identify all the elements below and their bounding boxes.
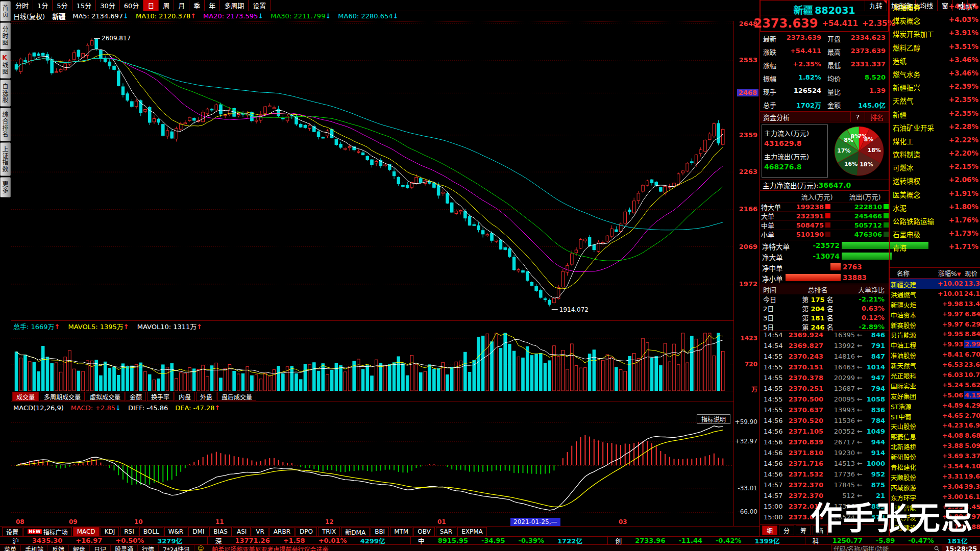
stock-row[interactable]: 新研股份+3.693.37 bbox=[890, 451, 980, 461]
period-tab-设置[interactable]: 设置 bbox=[249, 0, 271, 11]
indicator-tab-SAR[interactable]: SAR bbox=[436, 527, 456, 536]
indicator-tab-MTM[interactable]: MTM bbox=[390, 527, 412, 536]
stock-row[interactable]: ST浩源+4.894.29 bbox=[890, 400, 980, 411]
sector-row[interactable]: 新疆+2.35% bbox=[890, 107, 980, 120]
volume-tab-换手率[interactable]: 换手率 bbox=[147, 392, 174, 401]
indicator-tab-MACD[interactable]: MACD bbox=[73, 527, 100, 536]
stock-row[interactable]: 光正眼科+6.0310.72 bbox=[890, 370, 980, 380]
period-tab-1分[interactable]: 1分 bbox=[33, 0, 53, 11]
stock-row[interactable]: 东方环宇+3.0016.13 bbox=[890, 492, 980, 502]
tick-row[interactable]: 14:562371.10520352←1049 bbox=[760, 428, 889, 438]
taskbar-item-7*24快讯[interactable]: 7*24快讯 bbox=[159, 545, 194, 551]
period-tab-60分[interactable]: 60分 bbox=[120, 0, 144, 11]
period-tab-日[interactable]: 日 bbox=[143, 0, 159, 11]
sector-row[interactable]: 燃气水务+3.46% bbox=[890, 67, 980, 80]
indicator-tab-BOLL[interactable]: BOLL bbox=[139, 527, 163, 536]
taskbar-item-解盘[interactable]: 解盘 bbox=[69, 545, 90, 551]
period-tab-5分[interactable]: 5分 bbox=[53, 0, 72, 11]
stock-header-name[interactable]: 名称 bbox=[890, 268, 938, 278]
period-tab-15分[interactable]: 15分 bbox=[72, 0, 96, 11]
sector-row[interactable]: 石墨电极+1.73% bbox=[890, 227, 980, 240]
volume-tab-外盘[interactable]: 外盘 bbox=[196, 392, 216, 401]
stock-row[interactable]: 中油资本+9.976.84 bbox=[890, 309, 980, 319]
fund-rank-button[interactable]: 排名 bbox=[865, 112, 889, 122]
indicator-tab-指标广场[interactable]: NEW指标广场 bbox=[23, 527, 72, 536]
sidebar-item-更多[interactable]: 更多 bbox=[0, 177, 11, 197]
stock-row[interactable]: 洪通燃气+10.0124.18 bbox=[890, 289, 980, 299]
sector-row[interactable]: 天然气+2.35% bbox=[890, 93, 980, 107]
volume-tab-内盘[interactable]: 内盘 bbox=[175, 392, 195, 401]
robot-icon[interactable]: ☺ bbox=[194, 545, 207, 551]
taskbar-item-股灵通[interactable]: 股灵通 bbox=[111, 545, 138, 551]
tick-row[interactable]: 14:542369.82713992←791 bbox=[760, 342, 889, 353]
tick-row[interactable]: 14:542369.92416395←846 bbox=[760, 331, 889, 342]
indicator-tab-VR[interactable]: VR bbox=[252, 527, 268, 536]
indicator-tab-W&R[interactable]: W&R bbox=[164, 527, 188, 536]
indicator-tab-DPO[interactable]: DPO bbox=[296, 527, 317, 536]
tick-row[interactable]: 14:562370.83926717←944 bbox=[760, 438, 889, 449]
stock-row[interactable]: 新疆交建+10.0213.39 bbox=[890, 279, 980, 289]
sector-row[interactable]: 煤化工+2.22% bbox=[890, 134, 980, 147]
kline-chart[interactable]: 2609.8171914.072 bbox=[11, 21, 733, 320]
stock-row[interactable]: 友好集团+5.064.15 bbox=[890, 390, 980, 400]
tick-row[interactable]: 14:562371.53217736←952 bbox=[760, 470, 889, 481]
period-tab-年[interactable]: 年 bbox=[205, 0, 220, 11]
stock-row[interactable]: 国际实业+5.245.62 bbox=[890, 380, 980, 390]
tick-row[interactable]: 14:562371.71614513←1000 bbox=[760, 460, 889, 470]
tick-row[interactable]: 14:552370.63713993←836 bbox=[760, 406, 889, 417]
tick-row[interactable]: 14:552370.50020095←1058 bbox=[760, 395, 889, 406]
stock-header-price[interactable]: 现价 bbox=[965, 268, 980, 278]
tick-row[interactable]: 14:552370.25113687←794 bbox=[760, 385, 889, 395]
sector-row[interactable]: 医美概念+1.91% bbox=[890, 187, 980, 201]
taskbar-item-行情[interactable]: 行情 bbox=[138, 545, 159, 551]
period-tab-周[interactable]: 周 bbox=[159, 0, 174, 11]
stock-row[interactable]: 新天然气+6.5323.60 bbox=[890, 360, 980, 370]
taskbar-item-菜单[interactable]: 菜单 bbox=[0, 545, 21, 551]
tick-row[interactable]: 14:552370.15116463←1014 bbox=[760, 363, 889, 374]
stock-row[interactable]: ST中葡+4.652.70 bbox=[890, 411, 980, 421]
stock-row[interactable]: 天顺股份+3.3119.69 bbox=[890, 471, 980, 482]
stock-row[interactable]: 卓郎智能+2.993.45 bbox=[890, 502, 980, 512]
indicator-tab-设置[interactable]: 设置 bbox=[2, 527, 22, 536]
stock-row[interactable]: 天山股份+4.2316.99 bbox=[890, 420, 980, 431]
stock-row[interactable]: 新农开发+2.898.97 bbox=[890, 512, 980, 522]
tick-tab-焰[interactable]: 焰 bbox=[813, 525, 828, 535]
tick-tab-筹[interactable]: 筹 bbox=[796, 525, 811, 535]
volume-chart[interactable] bbox=[11, 332, 733, 391]
period-tab-季[interactable]: 季 bbox=[189, 0, 205, 11]
indicator-tab-KDJ[interactable]: KDJ bbox=[101, 527, 119, 536]
sector-row[interactable]: 新疆振兴+2.39% bbox=[890, 80, 980, 93]
sector-row[interactable]: 青海+1.71% bbox=[890, 240, 980, 254]
tick-row[interactable]: 14:572372.37017845←875 bbox=[760, 481, 889, 492]
volume-tab-多周期成交量[interactable]: 多周期成交量 bbox=[40, 392, 85, 401]
macd-chart[interactable]: 指标说明 bbox=[11, 413, 733, 518]
indicator-tab-OBV[interactable]: OBV bbox=[413, 527, 435, 536]
tick-row[interactable]: 14:552370.24314816←847 bbox=[760, 353, 889, 363]
sector-row[interactable]: 送转填权+2.06% bbox=[890, 173, 980, 187]
sector-row[interactable]: 煤炭概念+4.03% bbox=[890, 13, 980, 27]
indicator-tab-DMI[interactable]: DMI bbox=[188, 527, 208, 536]
taskbar-item-日记[interactable]: 日记 bbox=[90, 545, 111, 551]
stock-row[interactable]: 中油工程+9.932.99 bbox=[890, 339, 980, 349]
tick-tab-细[interactable]: 细 bbox=[762, 525, 777, 535]
stock-row[interactable]: 西域旅游+3.0439.30 bbox=[890, 482, 980, 492]
taskbar-item-反馈[interactable]: 反馈 bbox=[48, 545, 69, 551]
stock-row[interactable]: 青松建化+3.544.10 bbox=[890, 461, 980, 471]
stock-row[interactable]: 北新路桥+3.885.09 bbox=[890, 441, 980, 451]
tick-row[interactable]: 15:002372.01717326←883 bbox=[760, 503, 889, 513]
sector-row[interactable]: 燃料乙醇+3.51% bbox=[890, 40, 980, 54]
indicator-tab-BBI[interactable]: BBI bbox=[371, 527, 389, 536]
stock-search-input[interactable]: 代码/名称/简拼/功能 bbox=[831, 545, 942, 551]
sidebar-item-上证指数[interactable]: 上证指数 bbox=[0, 142, 11, 176]
sidebar-item-分时图[interactable]: 分时图 bbox=[0, 22, 11, 49]
indicator-tab-TRIX[interactable]: TRIX bbox=[318, 527, 340, 536]
sidebar-item-K线图[interactable]: K线图 bbox=[0, 51, 11, 79]
sector-row[interactable]: 石油矿业开采+2.28% bbox=[890, 120, 980, 134]
sidebar-item-综合排名[interactable]: 综合排名 bbox=[0, 108, 11, 141]
tick-row[interactable]: 14:562370.52011536←784 bbox=[760, 417, 889, 428]
fund-help-button[interactable]: ? bbox=[850, 112, 865, 122]
period-tab-分时[interactable]: 分时 bbox=[11, 0, 33, 11]
period-tab-月[interactable]: 月 bbox=[174, 0, 189, 11]
sector-row[interactable]: 煤炭开采加工+3.91% bbox=[890, 27, 980, 40]
volume-tab-成交量[interactable]: 成交量 bbox=[12, 392, 39, 401]
